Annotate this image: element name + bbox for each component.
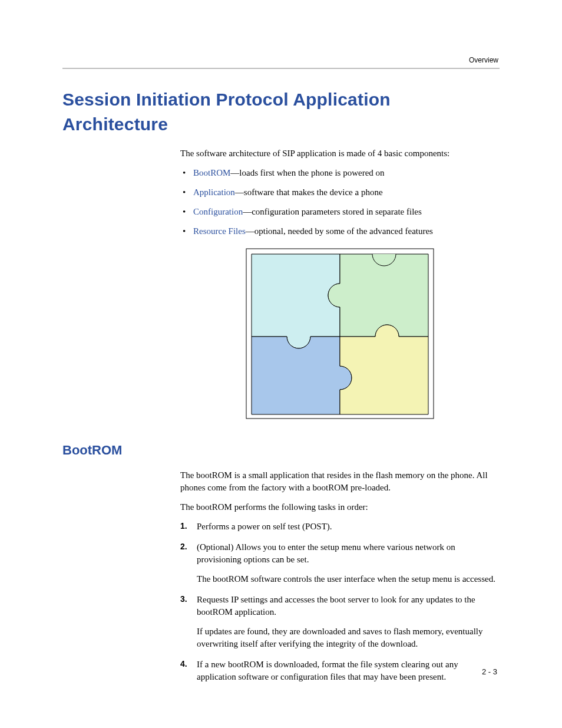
step-text: If a new bootROM is downloaded, format t… (197, 658, 500, 683)
puzzle-icon (246, 248, 434, 420)
list-item-text: —software that makes the device a phone (235, 187, 383, 197)
step-text: Performs a power on self test (POST). (197, 521, 500, 533)
step-item: 1. Performs a power on self test (POST). (180, 521, 500, 533)
subsection-title: BootROM (62, 442, 500, 460)
step-text: Requests IP settings and accesses the bo… (197, 594, 500, 618)
list-item-text: —optional, needed by some of the advance… (246, 226, 433, 236)
step-text: If updates are found, they are downloade… (197, 625, 500, 650)
step-number: 4. (180, 658, 187, 670)
intro-block: The software architecture of SIP applica… (180, 147, 500, 420)
step-text: The bootROM software controls the user i… (197, 573, 500, 585)
paragraph: The bootROM is a small application that … (180, 469, 500, 494)
steps-list: 1. Performs a power on self test (POST).… (180, 521, 500, 683)
subsection-body: The bootROM is a small application that … (180, 469, 500, 683)
link-resource-files[interactable]: Resource Files (193, 226, 246, 236)
list-item-text: —loads first when the phone is powered o… (230, 168, 384, 177)
running-head: Overview (469, 55, 498, 65)
page-number: 2 - 3 (482, 667, 497, 677)
page: Overview Session Initiation Protocol App… (0, 0, 562, 728)
link-configuration[interactable]: Configuration (193, 207, 243, 216)
step-number: 3. (180, 594, 187, 605)
step-item: 2. (Optional) Allows you to enter the se… (180, 541, 500, 585)
puzzle-diagram (246, 248, 434, 420)
page-title: Session Initiation Protocol Application … (62, 87, 500, 137)
step-item: 4. If a new bootROM is downloaded, forma… (180, 658, 500, 683)
step-number: 2. (180, 541, 187, 553)
step-item: 3. Requests IP settings and accesses the… (180, 594, 500, 650)
list-item: BootROM—loads first when the phone is po… (180, 167, 500, 179)
list-item: Resource Files—optional, needed by some … (180, 225, 500, 238)
header-rule (62, 68, 500, 69)
intro-paragraph: The software architecture of SIP applica… (180, 147, 500, 160)
link-bootrom[interactable]: BootROM (193, 168, 230, 177)
step-text: (Optional) Allows you to enter the setup… (197, 541, 500, 566)
component-list: BootROM—loads first when the phone is po… (180, 167, 500, 238)
step-number: 1. (180, 521, 187, 532)
list-item: Application—software that makes the devi… (180, 186, 500, 199)
list-item: Configuration—configuration parameters s… (180, 206, 500, 218)
link-application[interactable]: Application (193, 187, 235, 197)
paragraph: The bootROM performs the following tasks… (180, 501, 500, 513)
list-item-text: —configuration parameters stored in sepa… (243, 207, 422, 216)
